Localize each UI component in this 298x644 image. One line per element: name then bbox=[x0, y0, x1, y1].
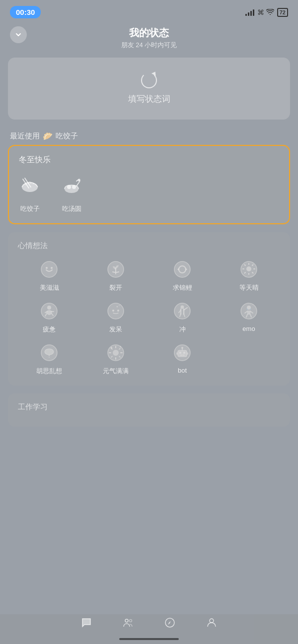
svg-point-4 bbox=[67, 185, 71, 189]
svg-point-31 bbox=[120, 304, 121, 305]
featured-item-jiaozi[interactable]: 吃饺子 bbox=[19, 174, 41, 213]
svg-point-41 bbox=[49, 357, 50, 358]
nav-discover-icon[interactable] bbox=[164, 617, 176, 632]
status-time: 00:30 bbox=[10, 6, 41, 18]
mood-item-liekai[interactable]: 裂开 bbox=[84, 258, 147, 292]
pibei-icon bbox=[38, 300, 60, 322]
svg-point-30 bbox=[119, 305, 120, 306]
battery-level: 72 bbox=[277, 8, 288, 17]
liekai-icon bbox=[105, 258, 127, 280]
svg-point-15 bbox=[246, 266, 251, 271]
wifi-icon: ⌘ bbox=[257, 8, 274, 16]
svg-point-27 bbox=[112, 310, 114, 312]
svg-point-28 bbox=[117, 310, 119, 312]
status-bar: 00:30 ⌘ 72 bbox=[0, 0, 298, 22]
tangyuan-icon bbox=[61, 174, 82, 200]
mood-card: 心情想法 美滋滋 bbox=[8, 232, 290, 386]
mood-item-fadai[interactable]: 发呆 bbox=[84, 300, 147, 334]
page-header: 我的状态 朋友 24 小时内可见 bbox=[0, 22, 298, 58]
back-button[interactable] bbox=[10, 26, 27, 43]
mood-item-yuanqimanman[interactable]: ✦ ✦ 元气满满 bbox=[84, 342, 147, 376]
page-subtitle: 朋友 24 小时内可见 bbox=[10, 41, 288, 50]
recent-label-text: 最近使用 bbox=[10, 131, 40, 141]
husisluanxiang-icon bbox=[38, 342, 60, 364]
svg-point-36 bbox=[247, 309, 248, 310]
svg-line-23 bbox=[245, 272, 246, 273]
recent-item-text: 吃饺子 bbox=[56, 131, 78, 141]
status-input-card[interactable]: 填写状态词 bbox=[8, 58, 290, 120]
svg-point-29 bbox=[117, 306, 118, 308]
mood-title: 心情想法 bbox=[18, 241, 280, 251]
recent-emoji: 🥟 bbox=[43, 131, 53, 141]
status-input-placeholder: 填写状态词 bbox=[128, 93, 170, 105]
bottom-nav bbox=[0, 614, 298, 644]
svg-point-39 bbox=[45, 349, 54, 355]
signal-icon bbox=[245, 9, 254, 16]
recent-section-label: 最近使用 🥟 吃饺子 bbox=[0, 128, 298, 145]
yuanqimanman-icon: ✦ ✦ bbox=[105, 342, 127, 364]
emo-icon bbox=[238, 300, 260, 322]
svg-point-25 bbox=[47, 306, 51, 310]
svg-point-65 bbox=[125, 619, 128, 622]
status-icons: ⌘ 72 bbox=[245, 8, 288, 17]
svg-point-8 bbox=[46, 267, 48, 269]
fadai-icon bbox=[105, 300, 127, 322]
work-card: 工作学习 bbox=[8, 393, 290, 427]
featured-item-tangyuan[interactable]: 吃汤圆 bbox=[61, 174, 82, 213]
qiujinli-label: 求锦鲤 bbox=[173, 283, 192, 292]
featured-items: 吃饺子 吃汤圆 bbox=[19, 174, 279, 213]
meizizzi-icon bbox=[38, 258, 60, 280]
svg-text:✦: ✦ bbox=[110, 346, 113, 350]
liekai-label: 裂开 bbox=[109, 283, 122, 292]
work-title: 工作学习 bbox=[18, 402, 280, 412]
svg-point-0 bbox=[22, 182, 38, 192]
mood-item-husisluanxiang[interactable]: 胡思乱想 bbox=[18, 342, 80, 376]
svg-line-22 bbox=[252, 265, 253, 266]
bottom-nav-icons bbox=[80, 617, 218, 638]
svg-point-11 bbox=[174, 261, 190, 277]
svg-text:✦: ✦ bbox=[119, 345, 122, 348]
tangyuan-label: 吃汤圆 bbox=[62, 204, 81, 213]
svg-point-33 bbox=[181, 306, 184, 309]
svg-rect-55 bbox=[178, 350, 187, 357]
svg-rect-63 bbox=[176, 352, 178, 355]
svg-point-7 bbox=[41, 261, 57, 277]
mood-item-meizizzi[interactable]: 美滋滋 bbox=[18, 258, 80, 292]
page-title: 我的状态 bbox=[10, 26, 288, 40]
mood-item-emo[interactable]: emo bbox=[218, 300, 280, 334]
svg-point-68 bbox=[210, 619, 214, 623]
nav-contacts-icon[interactable] bbox=[122, 617, 134, 632]
chong-icon bbox=[171, 300, 193, 322]
svg-point-9 bbox=[51, 267, 53, 269]
refresh-icon bbox=[141, 72, 157, 88]
mood-item-dengtianqing[interactable]: 等天晴 bbox=[218, 258, 280, 292]
nav-chat-icon[interactable] bbox=[80, 617, 92, 632]
jiaozi-icon bbox=[19, 174, 41, 200]
dengtianqing-label: 等天晴 bbox=[239, 283, 259, 292]
bot-icon bbox=[171, 342, 193, 364]
nav-profile-icon[interactable] bbox=[206, 617, 218, 632]
mood-grid: 美滋滋 裂开 bbox=[18, 258, 280, 376]
mood-item-chong[interactable]: 冲 bbox=[151, 300, 214, 334]
bot-label: bot bbox=[178, 367, 187, 374]
svg-point-26 bbox=[108, 303, 124, 319]
qiujinli-icon bbox=[171, 258, 193, 280]
mood-item-qiujinli[interactable]: 求锦鲤 bbox=[151, 258, 214, 292]
mood-item-pibei[interactable]: 疲惫 bbox=[18, 300, 80, 334]
chong-label: 冲 bbox=[179, 325, 186, 334]
battery-icon: 72 bbox=[277, 8, 288, 17]
husisluanxiang-label: 胡思乱想 bbox=[36, 367, 62, 376]
pibei-label: 疲惫 bbox=[43, 325, 56, 334]
svg-point-37 bbox=[250, 309, 251, 310]
meizizzi-label: 美滋滋 bbox=[40, 283, 59, 292]
svg-point-5 bbox=[72, 185, 76, 189]
emo-label: emo bbox=[242, 325, 255, 332]
yuanqimanman-label: 元气满满 bbox=[103, 367, 129, 376]
svg-rect-56 bbox=[179, 352, 181, 354]
jiaozi-label: 吃饺子 bbox=[20, 204, 40, 213]
mood-item-bot[interactable]: bot bbox=[151, 342, 214, 376]
svg-rect-64 bbox=[187, 352, 188, 355]
svg-point-66 bbox=[130, 620, 132, 622]
dengtianqing-icon bbox=[238, 258, 260, 280]
featured-card: 冬至快乐 吃饺子 bbox=[8, 145, 290, 224]
